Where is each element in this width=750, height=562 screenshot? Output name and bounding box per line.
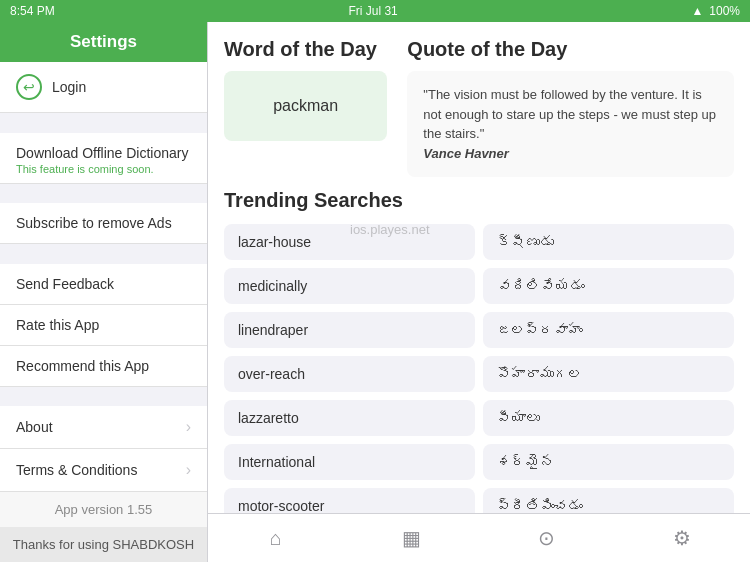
battery-level: 100% [709,4,740,18]
trend-item[interactable]: క్షీణుడు [483,224,734,260]
sidebar-item-login[interactable]: ↩ Login [0,62,207,113]
trend-item[interactable]: పీయాలు [483,400,734,436]
about-chevron-icon: › [186,418,191,436]
feedback-label: Send Feedback [16,276,114,292]
sidebar-section-spacer-4 [0,387,207,407]
sidebar-download-sub: This feature is coming soon. [16,163,191,175]
status-date: Fri Jul 31 [348,4,397,18]
tab-settings[interactable]: ⚙ [615,526,751,550]
trend-item[interactable]: International [224,444,475,480]
word-of-day-value: packman [273,97,338,115]
terms-label: Terms & Conditions [16,462,137,478]
quote-author: Vance Havner [423,146,509,161]
trend-item[interactable]: ప్రీతిపించడం [483,488,734,513]
login-label: Login [52,79,86,95]
word-of-day-box[interactable]: packman [224,71,387,141]
trend-item[interactable]: over-reach [224,356,475,392]
status-time: 8:54 PM [10,4,55,18]
trending-section: Trending Searches lazar-houseక్షీణుడుmed… [224,189,734,513]
sidebar-download-group: Download Offline Dictionary This feature… [0,133,207,184]
sidebar: Settings ↩ Login Download Offline Dictio… [0,22,208,562]
top-row: Word of the Day packman Quote of the Day… [224,22,734,189]
tab-grid[interactable]: ▦ [344,526,480,550]
subscribe-label: Subscribe to remove Ads [16,215,172,231]
trend-item[interactable]: శర్మైన [483,444,734,480]
sidebar-item-rate[interactable]: Rate this App [0,305,207,346]
trend-item[interactable]: lazar-house [224,224,475,260]
trending-grid: lazar-houseక్షీణుడుmedicinallyవదిలివేయడం… [224,224,734,513]
tab-bar: ⌂▦⊙⚙ [208,513,750,562]
status-bar: 8:54 PM Fri Jul 31 ▲ 100% [0,0,750,22]
login-icon: ↩ [16,74,42,100]
sidebar-section-spacer-2 [0,184,207,204]
quote-of-day-section: Quote of the Day "The vision must be fol… [407,38,734,177]
word-of-day-title: Word of the Day [224,38,387,61]
sidebar-item-subscribe[interactable]: Subscribe to remove Ads [0,203,207,244]
trend-item[interactable]: medicinally [224,268,475,304]
sidebar-item-terms[interactable]: Terms & Conditions › [0,449,207,492]
trend-item[interactable]: motor-scooter [224,488,475,513]
about-label: About [16,419,53,435]
app-version: App version 1.55 [0,492,207,527]
sidebar-section-spacer-1 [0,113,207,133]
quote-text: "The vision must be followed by the vent… [423,87,716,141]
trend-item[interactable]: linendraper [224,312,475,348]
tab-home[interactable]: ⌂ [208,527,344,550]
sidebar-section-spacer-3 [0,244,207,264]
trend-item[interactable]: జలప్రవాహం [483,312,734,348]
trend-item[interactable]: lazzaretto [224,400,475,436]
sidebar-title: Settings [0,22,207,62]
wifi-icon: ▲ [691,4,703,18]
trending-title: Trending Searches [224,189,734,212]
trend-item[interactable]: వదిలివేయడం [483,268,734,304]
rate-label: Rate this App [16,317,99,333]
thanks-label: Thanks for using SHABDKOSH [0,527,207,562]
sidebar-item-feedback[interactable]: Send Feedback [0,264,207,305]
trend-item[interactable]: పొహారాముగల [483,356,734,392]
sidebar-item-about[interactable]: About › [0,406,207,449]
quote-box: "The vision must be followed by the vent… [407,71,734,177]
main-content: Word of the Day packman Quote of the Day… [208,22,750,513]
recommend-label: Recommend this App [16,358,149,374]
quote-of-day-title: Quote of the Day [407,38,734,61]
sidebar-item-recommend[interactable]: Recommend this App [0,346,207,387]
word-of-day-section: Word of the Day packman [224,38,387,177]
sidebar-download-title: Download Offline Dictionary [16,145,191,161]
tab-game[interactable]: ⊙ [479,526,615,550]
terms-chevron-icon: › [186,461,191,479]
